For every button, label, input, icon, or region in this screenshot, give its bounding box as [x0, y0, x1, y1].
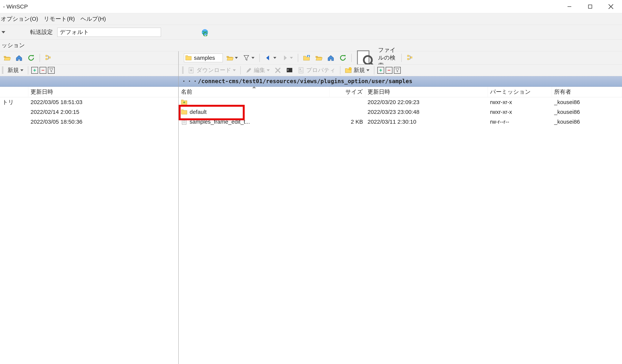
menu-help[interactable]: ヘルプ(H)	[80, 15, 106, 23]
window-title: - WinSCP	[3, 3, 28, 10]
remote-new-button[interactable]: 新規	[343, 66, 371, 75]
toolbar-grip-icon	[182, 67, 184, 74]
separator	[39, 54, 40, 62]
transfer-dropdown-left[interactable]	[1, 31, 5, 33]
remote-tree-button[interactable]	[405, 54, 415, 62]
table-row[interactable]: 2022/02/14 2:00:15	[0, 107, 178, 117]
remote-path-bar[interactable]: ・・・/connect-cms/test01/resources/views/p…	[179, 76, 622, 87]
remote-up-folder-button[interactable]	[302, 54, 312, 62]
cell-name: トリ	[0, 98, 28, 106]
remote-home-button[interactable]	[326, 54, 336, 62]
deselect-all-button[interactable]: −	[39, 67, 46, 74]
remote-col-perm[interactable]: パーミッション	[488, 87, 552, 97]
local-action-bar: 新規 + −	[0, 64, 178, 76]
local-folder-open-button[interactable]	[2, 54, 12, 62]
table-row[interactable]: default2022/03/23 23:00:48rwxr-xr-x_kous…	[179, 107, 622, 117]
toolbar-grip-icon	[2, 67, 3, 74]
cell-owner: _kousei86	[552, 99, 622, 105]
menu-bar: オプション(O) リモート(R) ヘルプ(H)	[0, 13, 622, 25]
remote-folder-open-button[interactable]	[225, 54, 239, 62]
remote-back-button[interactable]	[263, 54, 278, 62]
local-new-button[interactable]: 新規	[6, 66, 25, 75]
separator	[240, 66, 241, 75]
remote-col-size[interactable]: サイズ	[330, 87, 365, 97]
remote-directory-name: samples	[194, 55, 215, 61]
local-pane: 新規 + − 更新日時 トリ2022/03/05 18:51:032022/02…	[0, 51, 179, 364]
separator	[259, 54, 260, 62]
close-button[interactable]	[601, 1, 621, 12]
deselect-all-button[interactable]: −	[386, 67, 392, 74]
sort-indicator-icon	[252, 86, 256, 88]
svg-rect-23	[588, 5, 592, 8]
remote-table-body[interactable]: 2022/03/20 22:09:23rwxr-xr-x_kousei86def…	[179, 97, 622, 364]
chevron-down-icon	[20, 69, 23, 71]
remote-col-date[interactable]: 更新日時	[365, 87, 488, 97]
separator	[374, 66, 374, 75]
local-table-header: 更新日時	[0, 87, 178, 97]
local-tree-button[interactable]	[43, 54, 54, 62]
up-icon	[181, 99, 188, 106]
transfer-toolbar: 転送設定 デフォルト	[0, 25, 622, 39]
cell-owner: _kousei86	[552, 109, 622, 115]
local-home-button[interactable]	[14, 54, 24, 62]
edit-label: 編集	[254, 66, 265, 74]
cell-perm: rw-r--r--	[488, 118, 552, 125]
filter-button[interactable]	[48, 67, 55, 74]
local-col-date[interactable]: 更新日時	[28, 87, 178, 97]
local-table-body[interactable]: トリ2022/03/05 18:51:032022/02/14 2:00:152…	[0, 97, 178, 364]
remote-filter-button[interactable]	[241, 54, 256, 62]
remote-pane: samples ファイルの検索 ダウンロード 編集	[179, 51, 622, 364]
cell-date: 2022/03/11 2:30:10	[365, 118, 488, 125]
separator	[298, 54, 298, 62]
new-label: 新規	[354, 66, 365, 74]
local-refresh-button[interactable]	[26, 54, 36, 62]
cell-date: 2022/03/20 22:09:23	[365, 99, 488, 105]
table-row[interactable]: トリ2022/03/05 18:51:03	[0, 97, 178, 107]
delete-button[interactable]	[273, 66, 283, 75]
separator	[351, 54, 352, 62]
cell-perm: rwxr-xr-x	[488, 99, 552, 105]
new-label: 新規	[8, 66, 19, 74]
separator	[340, 66, 340, 75]
separator	[28, 66, 28, 75]
cell-size: 2 KB	[330, 118, 365, 125]
transfer-preset-combo[interactable]: デフォルト	[57, 28, 161, 37]
window-controls	[559, 1, 621, 12]
download-button[interactable]: ダウンロード	[186, 66, 237, 75]
remote-action-bar: ダウンロード 編集 プロパティ 新規 + −	[179, 64, 622, 76]
session-tab-partial[interactable]: ッション	[1, 41, 25, 49]
filter-button[interactable]	[394, 67, 401, 74]
remote-forward-button[interactable]	[280, 54, 294, 62]
transfer-preset-value: デフォルト	[60, 28, 89, 36]
remote-table-header: 名前 サイズ 更新日時 パーミッション 所有者	[179, 87, 622, 97]
remote-col-owner[interactable]: 所有者	[552, 87, 622, 97]
folder-icon	[181, 109, 188, 115]
select-all-button[interactable]: +	[377, 67, 384, 74]
separator	[401, 54, 402, 62]
remote-col-name[interactable]: 名前	[179, 87, 330, 97]
reconnect-button[interactable]	[201, 28, 210, 36]
remote-directory-combo[interactable]: samples	[184, 54, 223, 62]
table-row[interactable]: samples_frame_edit_t...2 KB2022/03/11 2:…	[179, 117, 622, 127]
local-path-bar[interactable]	[0, 76, 178, 87]
cell-perm: rwxr-xr-x	[488, 109, 552, 115]
cell-name: default	[179, 109, 330, 115]
edit-button[interactable]: 編集	[244, 66, 271, 75]
remote-bookmark-open-button[interactable]	[314, 54, 324, 62]
menu-remote[interactable]: リモート(R)	[44, 15, 75, 23]
table-row[interactable]: 2022/03/20 22:09:23rwxr-xr-x_kousei86	[179, 97, 622, 107]
properties-button[interactable]: プロパティ	[296, 66, 337, 75]
local-toolbar	[0, 51, 178, 64]
minimize-button[interactable]	[559, 1, 580, 12]
menu-options[interactable]: オプション(O)	[1, 15, 38, 23]
folder-icon	[185, 55, 192, 61]
terminal-button[interactable]	[284, 66, 295, 75]
cell-date: 2022/03/05 18:50:36	[28, 118, 178, 125]
select-all-button[interactable]: +	[31, 67, 38, 74]
cell-date: 2022/02/14 2:00:15	[28, 109, 178, 115]
table-row[interactable]: 2022/03/05 18:50:36	[0, 117, 178, 127]
maximize-button[interactable]	[580, 1, 601, 12]
remote-refresh-button[interactable]	[338, 54, 348, 62]
local-col-1[interactable]	[0, 87, 28, 97]
download-label: ダウンロード	[196, 66, 231, 74]
